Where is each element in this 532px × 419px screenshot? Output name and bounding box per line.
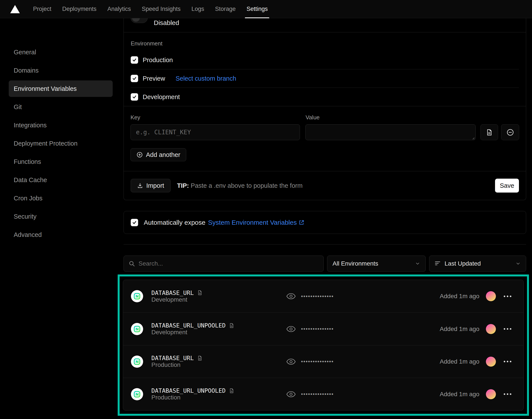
user-avatar <box>486 357 496 367</box>
table-row: DATABASE_URL Production •••••••••••••• A… <box>123 345 523 378</box>
nav-item-logs[interactable]: Logs <box>186 0 210 18</box>
neon-logo-icon <box>131 355 143 368</box>
check-icon <box>132 58 137 62</box>
tip-text: TIP: Paste a .env above to populate the … <box>177 182 302 189</box>
toggle-label: Disabled <box>154 19 179 26</box>
add-another-label: Add another <box>146 151 180 158</box>
nav-item-analytics[interactable]: Analytics <box>102 0 136 18</box>
development-checkbox[interactable] <box>131 93 138 101</box>
sort-lines-icon <box>435 261 441 266</box>
masked-value: •••••••••••••• <box>301 391 334 397</box>
masked-value: •••••••••••••• <box>301 358 334 365</box>
note-icon <box>229 322 234 329</box>
row-menu-button[interactable] <box>503 294 513 298</box>
system-env-card: Automatically expose System Environment … <box>123 211 526 234</box>
auto-expose-checkbox[interactable] <box>131 219 138 226</box>
toggle-knob <box>132 18 140 22</box>
search-box <box>123 256 324 272</box>
row-menu-button[interactable] <box>503 392 513 396</box>
settings-sidebar: General Domains Environment Variables Gi… <box>0 18 123 416</box>
preview-checkbox[interactable] <box>131 75 138 82</box>
key-label: Key <box>131 114 306 121</box>
key-input[interactable] <box>131 124 300 140</box>
variable-name: DATABASE_URL <box>151 289 194 296</box>
external-link-icon <box>299 220 304 226</box>
sidebar-item-git[interactable]: Git <box>9 99 113 115</box>
sidebar-item-data-cache[interactable]: Data Cache <box>9 172 113 188</box>
environment-filter-dropdown[interactable]: All Environments <box>327 256 426 272</box>
production-checkbox[interactable] <box>131 56 138 64</box>
disabled-toggle[interactable] <box>131 18 148 23</box>
eye-icon[interactable] <box>286 358 296 365</box>
user-avatar <box>486 389 496 399</box>
environment-filter-value: All Environments <box>333 260 378 267</box>
development-label: Development <box>143 93 180 101</box>
import-label: Import <box>146 182 164 189</box>
nav-item-deployments[interactable]: Deployments <box>57 0 102 18</box>
chevron-down-icon <box>516 261 521 266</box>
sidebar-item-functions[interactable]: Functions <box>9 153 113 170</box>
preview-label: Preview <box>143 75 165 82</box>
neon-logo-icon <box>131 388 143 400</box>
sidebar-item-advanced[interactable]: Advanced <box>9 226 113 243</box>
add-another-button[interactable]: Add another <box>131 148 186 161</box>
neon-logo-icon <box>131 323 143 335</box>
system-env-variables-link[interactable]: System Environment Variables <box>208 219 304 226</box>
resize-handle-icon[interactable] <box>472 136 475 140</box>
remove-row-button[interactable] <box>501 124 519 140</box>
neon-logo-icon <box>131 290 143 302</box>
masked-value: •••••••••••••• <box>301 293 334 300</box>
variable-name: DATABASE_URL <box>151 355 194 361</box>
variable-name: DATABASE_URL_UNPOOLED <box>151 322 226 329</box>
check-icon <box>132 94 137 99</box>
sensitive-toggle-row: Disabled <box>124 18 526 32</box>
import-button[interactable]: Import <box>131 179 171 192</box>
nav-item-settings[interactable]: Settings <box>241 0 273 18</box>
search-input[interactable] <box>138 260 319 267</box>
save-button[interactable]: Save <box>495 179 519 193</box>
sidebar-item-integrations[interactable]: Integrations <box>9 117 113 133</box>
user-avatar <box>486 291 496 301</box>
sidebar-item-general[interactable]: General <box>9 44 113 60</box>
eye-icon[interactable] <box>286 391 296 398</box>
env-variables-main: Disabled Environment Production Preview … <box>123 18 526 416</box>
variable-environment: Development <box>151 296 187 303</box>
production-label: Production <box>143 56 173 64</box>
select-custom-branch-link[interactable]: Select custom branch <box>176 75 236 82</box>
active-tab-underline <box>245 17 269 18</box>
eye-icon[interactable] <box>286 293 296 300</box>
paste-env-button[interactable] <box>480 124 498 140</box>
value-input[interactable] <box>305 124 476 140</box>
variable-environment: Production <box>151 361 180 368</box>
value-label: Value <box>306 114 320 121</box>
minus-circle-icon <box>506 129 514 136</box>
nav-item-storage[interactable]: Storage <box>210 0 241 18</box>
added-timestamp: Added 1m ago <box>440 391 479 398</box>
auto-expose-text: Automatically expose <box>144 219 205 226</box>
search-icon <box>129 260 135 267</box>
sidebar-item-cron-jobs[interactable]: Cron Jobs <box>9 190 113 207</box>
variable-environment: Development <box>151 329 187 336</box>
added-timestamp: Added 1m ago <box>440 326 479 332</box>
sidebar-item-environment-variables[interactable]: Environment Variables <box>9 80 113 97</box>
row-menu-button[interactable] <box>503 327 513 331</box>
variable-name: DATABASE_URL_UNPOOLED <box>151 387 226 394</box>
nav-item-project[interactable]: Project <box>28 0 57 18</box>
row-identity: DATABASE_URL_UNPOOLED Production <box>131 387 286 401</box>
env-variable-form-card: Disabled Environment Production Preview … <box>123 18 526 200</box>
sidebar-item-domains[interactable]: Domains <box>9 62 113 79</box>
sort-dropdown[interactable]: Last Updated <box>429 256 526 272</box>
eye-icon[interactable] <box>286 326 296 332</box>
check-icon <box>132 220 137 225</box>
sidebar-item-deployment-protection[interactable]: Deployment Protection <box>9 135 113 152</box>
masked-value: •••••••••••••• <box>301 326 334 332</box>
highlight-annotation-box: DATABASE_URL Development •••••••••••••• … <box>118 275 529 416</box>
row-menu-button[interactable] <box>503 359 513 364</box>
filter-bar: All Environments Last Updated <box>123 256 526 272</box>
added-timestamp: Added 1m ago <box>440 358 479 365</box>
vercel-logo-icon[interactable] <box>10 5 20 13</box>
nav-item-speed-insights[interactable]: Speed Insights <box>136 0 186 18</box>
sidebar-item-security[interactable]: Security <box>9 208 113 225</box>
key-value-section: Key Value <box>124 106 526 171</box>
variable-environment: Production <box>151 394 180 401</box>
